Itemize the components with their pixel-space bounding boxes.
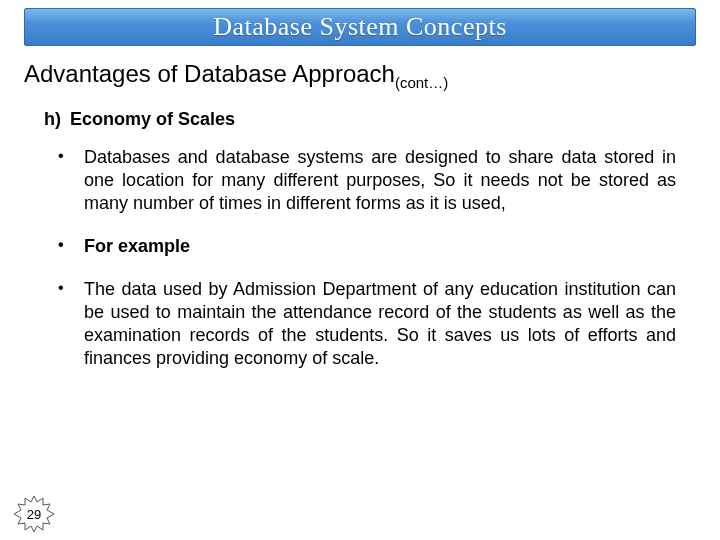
subtitle-text: Advantages of Database Approach — [24, 60, 395, 87]
section-heading: h)Economy of Scales — [44, 109, 676, 130]
list-item: For example — [54, 235, 676, 258]
list-item: Databases and database systems are desig… — [54, 146, 676, 215]
page-number-badge: 29 — [14, 494, 54, 534]
subtitle-cont: (cont…) — [395, 74, 448, 91]
slide: Database System Concepts Advantages of D… — [0, 8, 720, 540]
slide-body: h)Economy of Scales Databases and databa… — [44, 109, 676, 370]
list-item: The data used by Admission Department of… — [54, 278, 676, 370]
section-heading-text: Economy of Scales — [70, 109, 235, 129]
title-bar: Database System Concepts — [24, 8, 696, 46]
slide-subtitle: Advantages of Database Approach(cont…) — [24, 60, 696, 91]
page-number: 29 — [27, 507, 41, 522]
section-marker: h) — [44, 109, 70, 130]
slide-title: Database System Concepts — [213, 12, 507, 42]
bullet-list: Databases and database systems are desig… — [44, 146, 676, 370]
